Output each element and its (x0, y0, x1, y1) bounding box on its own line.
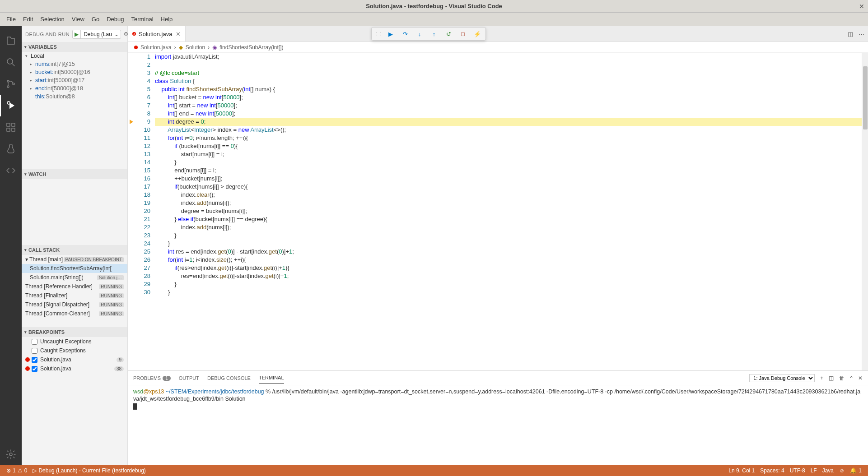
variable-row[interactable]: ▸start: int[50000]@17 (22, 76, 127, 84)
split-terminal-icon[interactable]: ◫ (829, 375, 834, 381)
status-errors[interactable]: ⊗1 ⚠0 (4, 467, 30, 474)
variables-header[interactable]: ▾VARIABLES (22, 42, 127, 52)
titlebar: Solution.java - testfordebug - Visual St… (0, 0, 868, 13)
menu-selection[interactable]: Selection (37, 14, 68, 24)
split-editor-icon[interactable]: ◫ (848, 31, 853, 37)
menu-terminal[interactable]: Terminal (127, 14, 157, 24)
activity-bar (0, 26, 22, 465)
sidebar-header: DEBUG AND RUN ▶ Debug (Lau ⌄ ⚙ ⧉ (22, 26, 127, 42)
scrollbar[interactable] (862, 53, 868, 370)
status-eol[interactable]: LF (808, 467, 820, 474)
menu-file[interactable]: File (3, 14, 19, 24)
panel-tabs: PROBLEMS1 OUTPUT DEBUG CONSOLE TERMINAL … (128, 371, 868, 385)
callstack-row[interactable]: ▾ Thread [main]PAUSED ON BREAKPOINT (22, 255, 127, 264)
step-into-button[interactable]: ↓ (414, 28, 425, 39)
testing-icon[interactable] (0, 138, 22, 160)
code-editor[interactable]: 1234567891011121314151617181920212223242… (128, 53, 868, 370)
callstack-header[interactable]: ▾CALL STACK (22, 245, 127, 255)
breadcrumb-method[interactable]: findShortestSubArray(int[]) (219, 44, 283, 51)
search-icon[interactable] (0, 51, 22, 73)
cursor (133, 403, 137, 410)
menu-help[interactable]: Help (157, 14, 177, 24)
variable-row[interactable]: ▸bucket: int[50000]@16 (22, 68, 127, 76)
sidebar: DEBUG AND RUN ▶ Debug (Lau ⌄ ⚙ ⧉ ▾VARIAB… (22, 26, 128, 465)
step-over-button[interactable]: ↷ (400, 28, 411, 39)
close-window-button[interactable]: ✕ (859, 3, 864, 10)
tab-problems[interactable]: PROBLEMS1 (133, 373, 171, 384)
settings-gear-icon[interactable] (0, 444, 22, 465)
status-feedback-icon[interactable]: ☺ (836, 467, 847, 474)
tab-debug-console[interactable]: DEBUG CONSOLE (207, 373, 251, 384)
terminal-selector[interactable]: 1: Java Debug Console (749, 374, 815, 382)
variable-row[interactable]: ▸end: int[50000]@18 (22, 84, 127, 92)
breakpoint-row[interactable]: Uncaught Exceptions (22, 337, 127, 346)
breadcrumb-class[interactable]: Solution (186, 44, 205, 51)
new-terminal-icon[interactable]: + (820, 375, 823, 381)
restart-button[interactable]: ↺ (443, 28, 454, 39)
hot-reload-button[interactable]: ⚡ (472, 28, 483, 39)
tab-terminal[interactable]: TERMINAL (259, 372, 284, 384)
continue-button[interactable]: ▶ (385, 28, 396, 39)
tab-label: Solution.java (139, 31, 172, 37)
menu-go[interactable]: Go (88, 14, 103, 24)
status-notifications[interactable]: 🔔1 (847, 467, 864, 474)
status-spaces[interactable]: Spaces: 4 (757, 467, 787, 474)
svg-rect-7 (7, 128, 10, 131)
svg-point-9 (9, 453, 12, 456)
watch-header[interactable]: ▾WATCH (22, 169, 127, 179)
terminal-content[interactable]: wsd@xps13 ~/STEM/Experiments/jdbc/testfo… (128, 385, 868, 465)
breakpoint-row[interactable]: Solution.java38 (22, 364, 127, 373)
close-panel-icon[interactable]: ✕ (858, 375, 863, 381)
tab-output[interactable]: OUTPUT (179, 373, 199, 384)
breakpoint-row[interactable]: Solution.java9 (22, 355, 127, 364)
breakpoint-row[interactable]: Caught Exceptions (22, 346, 127, 355)
start-debug-button[interactable]: ▶ (73, 30, 81, 38)
menu-edit[interactable]: Edit (19, 14, 37, 24)
callstack-row[interactable]: Solution.findShortestSubArray(int[ (22, 264, 127, 273)
tab-solution-java[interactable]: J Solution.java ✕ (128, 26, 186, 42)
close-tab-icon[interactable]: ✕ (176, 31, 181, 37)
variable-row[interactable]: ▸nums: int[7]@15 (22, 60, 127, 68)
editor-tabs: J Solution.java ✕ ◫ ⋯ (128, 26, 868, 42)
step-out-button[interactable]: ↑ (429, 28, 439, 39)
run-debug-icon[interactable] (0, 95, 22, 116)
status-lncol[interactable]: Ln 9, Col 1 (726, 467, 757, 474)
callstack-row[interactable]: Thread [Reference Handler]RUNNING (22, 282, 127, 291)
explorer-icon[interactable] (0, 30, 22, 51)
kill-terminal-icon[interactable]: 🗑 (839, 375, 845, 381)
callstack-row[interactable]: Thread [Common-Cleaner]RUNNING (22, 309, 127, 318)
breakpoints-header[interactable]: ▾BREAKPOINTS (22, 327, 127, 337)
svg-rect-5 (7, 123, 10, 126)
menu-debug[interactable]: Debug (103, 14, 127, 24)
scope-local[interactable]: ▾Local (22, 52, 127, 60)
svg-point-3 (13, 83, 14, 85)
callstack-row[interactable]: Thread [Signal Dispatcher]RUNNING (22, 300, 127, 309)
java-file-icon: J (132, 32, 136, 36)
more-actions-icon[interactable]: ⋯ (859, 31, 864, 37)
variable-row[interactable]: this: Solution@8 (22, 92, 127, 101)
source-control-icon[interactable] (0, 73, 22, 95)
remote-icon[interactable] (0, 160, 22, 181)
chevron-down-icon[interactable]: ⌄ (112, 31, 121, 37)
svg-rect-8 (12, 128, 15, 131)
breadcrumb[interactable]: Solution.java › ◆ Solution › ◉ findShort… (128, 42, 868, 53)
callstack-row[interactable]: Thread [Finalizer]RUNNING (22, 291, 127, 300)
debug-toolbar[interactable]: ⋮⋮ ▶ ↷ ↓ ↑ ↺ □ ⚡ (371, 27, 486, 41)
stop-button[interactable]: □ (457, 28, 468, 39)
maximize-panel-icon[interactable]: ^ (850, 375, 853, 381)
status-debug[interactable]: ▷ Debug (Launch) - Current File (testfor… (30, 467, 148, 474)
status-encoding[interactable]: UTF-8 (787, 467, 808, 474)
editor-area: J Solution.java ✕ ◫ ⋯ Solution.java › ◆ … (128, 26, 868, 465)
svg-rect-6 (12, 123, 15, 126)
status-language[interactable]: Java (820, 467, 836, 474)
menu-view[interactable]: View (68, 14, 88, 24)
window-title: Solution.java - testfordebug - Visual St… (366, 3, 502, 9)
extensions-icon[interactable] (0, 116, 22, 138)
drag-handle-icon[interactable]: ⋮⋮ (374, 32, 382, 37)
debug-run-label: DEBUG AND RUN (25, 32, 70, 37)
launch-config-select[interactable]: ▶ Debug (Lau ⌄ (72, 30, 121, 39)
svg-point-0 (7, 59, 13, 64)
bottom-panel: PROBLEMS1 OUTPUT DEBUG CONSOLE TERMINAL … (128, 370, 868, 465)
callstack-row[interactable]: Solution.main(String[])Solution.j… (22, 273, 127, 282)
breadcrumb-file[interactable]: Solution.java (140, 44, 172, 51)
